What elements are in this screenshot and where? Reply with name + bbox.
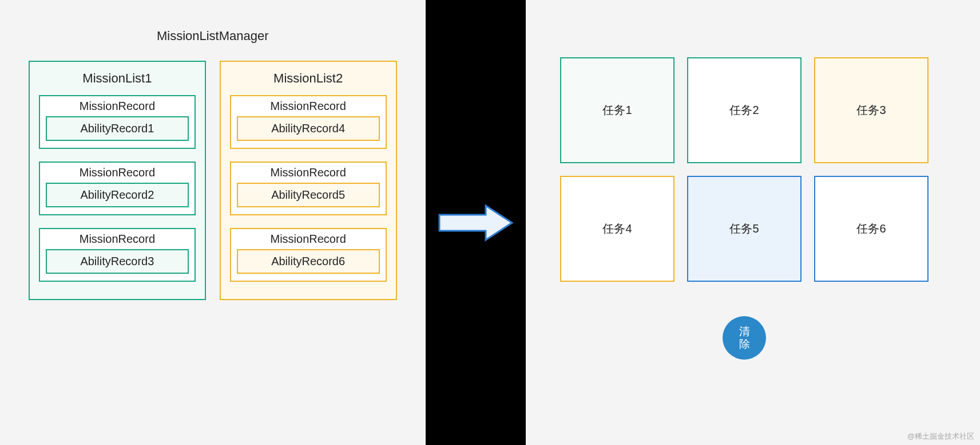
- svg-marker-0: [439, 206, 512, 240]
- ability-record: AbilityRecord1: [46, 116, 189, 141]
- ability-record: AbilityRecord5: [237, 183, 380, 207]
- task-card-5: 任务5: [687, 176, 802, 282]
- mission-record-title: MissionRecord: [237, 233, 380, 246]
- task-card-label: 任务3: [856, 103, 886, 118]
- task-card-label: 任务2: [729, 103, 759, 118]
- mission-record: MissionRecord AbilityRecord4: [230, 95, 387, 149]
- mission-record-title: MissionRecord: [46, 233, 189, 246]
- mission-record-title: MissionRecord: [46, 166, 189, 179]
- ability-record: AbilityRecord6: [237, 249, 380, 274]
- mission-list-2-title: MissionList2: [227, 71, 390, 86]
- task-card-label: 任务6: [856, 221, 886, 237]
- mission-record-title: MissionRecord: [46, 100, 189, 113]
- mission-record: MissionRecord AbilityRecord6: [230, 228, 387, 282]
- mission-lists-row: MissionList1 MissionRecord AbilityRecord…: [29, 61, 397, 300]
- ability-record: AbilityRecord2: [46, 183, 189, 207]
- mission-record-title: MissionRecord: [237, 166, 380, 179]
- right-panel: 任务1 任务2 任务3 任务4 任务5 任务6 清 除: [526, 0, 980, 445]
- arrow-right-icon: [437, 202, 514, 243]
- task-card-6: 任务6: [814, 176, 929, 282]
- clear-button[interactable]: 清 除: [723, 316, 766, 360]
- mission-record: MissionRecord AbilityRecord1: [39, 95, 196, 149]
- ability-record: AbilityRecord3: [46, 249, 189, 274]
- mission-record: MissionRecord AbilityRecord5: [230, 162, 387, 215]
- mission-list-1: MissionList1 MissionRecord AbilityRecord…: [29, 61, 206, 300]
- task-card-label: 任务5: [729, 221, 759, 237]
- manager-title: MissionListManager: [29, 29, 397, 44]
- mission-record: MissionRecord AbilityRecord3: [39, 228, 196, 282]
- mission-record: MissionRecord AbilityRecord2: [39, 162, 196, 215]
- center-divider: [426, 0, 526, 445]
- watermark-text: @稀土掘金技术社区: [907, 431, 974, 442]
- task-card-label: 任务1: [602, 103, 632, 118]
- task-grid: 任务1 任务2 任务3 任务4 任务5 任务6: [560, 57, 929, 282]
- task-card-3: 任务3: [814, 57, 929, 163]
- ability-record: AbilityRecord4: [237, 116, 380, 141]
- task-card-label: 任务4: [602, 221, 632, 237]
- task-card-2: 任务2: [687, 57, 802, 163]
- task-card-1: 任务1: [560, 57, 675, 163]
- task-card-4: 任务4: [560, 176, 675, 282]
- left-panel: MissionListManager MissionList1 MissionR…: [0, 0, 426, 445]
- mission-list-2: MissionList2 MissionRecord AbilityRecord…: [220, 61, 397, 300]
- diagram-canvas: MissionListManager MissionList1 MissionR…: [0, 0, 980, 445]
- mission-list-1-title: MissionList1: [35, 71, 199, 86]
- clear-button-label: 清 除: [739, 325, 750, 351]
- mission-record-title: MissionRecord: [237, 100, 380, 113]
